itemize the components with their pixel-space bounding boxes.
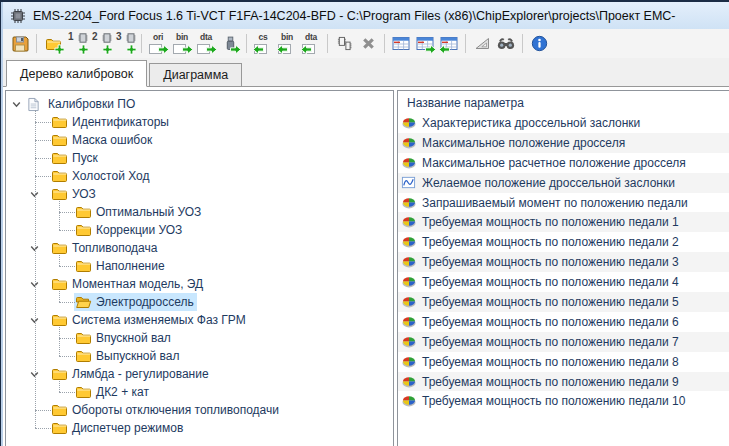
arrow-right-icon — [424, 44, 437, 55]
parameter-row[interactable]: Требуемая мощность по положению педали 9 — [398, 372, 729, 392]
add-chip-3-button[interactable]: 3 — [113, 31, 137, 56]
tree-item-label: Система изменяемых Фаз ГРМ — [72, 311, 246, 329]
calibration-tree: Калибровки ПОИдентификаторыМаска ошибокП… — [6, 91, 393, 446]
export-ori-button[interactable]: ori — [146, 31, 170, 56]
tab-page: Калибровки ПОИдентификаторыМаска ошибокП… — [3, 86, 729, 446]
toolbar-button-label: bin — [275, 32, 299, 42]
chip-small-icon — [78, 32, 88, 44]
tree-item[interactable]: Топливоподача — [6, 239, 393, 257]
parameter-label: Запрашиваемый момент по положению педали — [422, 196, 688, 210]
triangle-icon — [474, 37, 490, 50]
map-3d-icon — [401, 115, 418, 131]
parameter-row[interactable]: Требуемая мощность по положению педали 6 — [398, 312, 729, 332]
folder-icon — [51, 151, 68, 165]
parameter-row[interactable]: Требуемая мощность по положению педали 1 — [398, 212, 729, 232]
table-button[interactable] — [389, 31, 413, 56]
tree-item[interactable]: Впускной вал — [6, 329, 393, 347]
calibration-tree-panel: Калибровки ПОИдентификаторыМаска ошибокП… — [5, 90, 394, 446]
parameter-row[interactable]: Запрашиваемый момент по положению педали — [398, 193, 729, 213]
tree-item[interactable]: Пуск — [6, 149, 393, 167]
tree-connector-line — [35, 110, 36, 428]
tree-item[interactable]: Моментная модель, ЭД — [6, 275, 393, 293]
tree-item-content: Выпускной вал — [75, 347, 180, 365]
chevron-down-icon[interactable] — [11, 99, 22, 110]
map-3d-icon — [401, 135, 418, 151]
map-3d-icon — [401, 155, 418, 171]
tree-item[interactable]: Оптимальный УОЗ — [6, 203, 393, 221]
tree-item-content: Холостой Ход — [51, 167, 149, 185]
tab-calibration-tree[interactable]: Дерево калибровок — [6, 60, 147, 87]
tree-item-label: Впускной вал — [96, 329, 171, 347]
tree-item[interactable]: Наполнение — [6, 257, 393, 275]
toolbar-separator — [461, 31, 470, 56]
tree-item-content: Моментная модель, ЭД — [51, 275, 203, 293]
add-folder-button[interactable] — [41, 31, 65, 56]
tree-item[interactable]: Маска ошибок — [6, 131, 393, 149]
parameter-row[interactable]: Требуемая мощность по положению педали 7 — [398, 332, 729, 352]
parameter-row[interactable]: Требуемая мощность по положению педали 8 — [398, 352, 729, 372]
table-export-button[interactable] — [413, 31, 437, 56]
add-chip-1-button[interactable]: 1 — [65, 31, 89, 56]
chips-icon — [335, 36, 353, 51]
parameter-row[interactable]: Требуемая мощность по положению педали 4 — [398, 272, 729, 292]
parameter-row[interactable]: Максимальное расчетное положение дроссел… — [398, 153, 729, 173]
parameter-list-header: Название параметра — [398, 91, 729, 113]
parameter-panel: Название параметра Характеристика дроссе… — [397, 90, 729, 446]
info-button[interactable] — [527, 31, 551, 56]
arrow-right-icon — [205, 44, 218, 55]
tree-connector-line — [59, 201, 60, 230]
tree-item-content: Впускной вал — [75, 329, 171, 347]
parameter-row[interactable]: Требуемая мощность по положению педали 1… — [398, 391, 729, 411]
parameter-row[interactable]: Требуемая мощность по положению педали 3 — [398, 252, 729, 272]
info-icon — [531, 35, 548, 52]
parameter-label: Желаемое положение дроссельной заслонки — [422, 176, 675, 190]
export-usb-button[interactable] — [218, 31, 242, 56]
folder-icon — [51, 169, 68, 183]
map-3d-icon — [401, 334, 418, 350]
import-bin-button[interactable]: bin — [275, 31, 299, 56]
search-button[interactable] — [494, 31, 518, 56]
compare-chips-button[interactable] — [332, 31, 356, 56]
tab-diagram[interactable]: Диаграмма — [149, 63, 242, 86]
tree-item[interactable]: Система изменяемых Фаз ГРМ — [6, 311, 393, 329]
tree-item-content: Маска ошибок — [51, 131, 152, 149]
export-bin-button[interactable]: bin — [170, 31, 194, 56]
tree-connector-line — [59, 291, 60, 302]
tree-item[interactable]: Обороты отключения топливоподачи — [6, 401, 393, 419]
measure-button[interactable] — [470, 31, 494, 56]
add-chip-2-button[interactable]: 2 — [89, 31, 113, 56]
binoculars-icon — [497, 37, 515, 50]
parameter-row[interactable]: Требуемая мощность по положению педали 2 — [398, 232, 729, 252]
parameter-row[interactable]: Требуемая мощность по положению педали 5 — [398, 292, 729, 312]
tree-item[interactable]: ДК2 + кат — [6, 383, 393, 401]
parameter-row[interactable]: Максимальное положение дросселя — [398, 133, 729, 153]
export-dta-button[interactable]: dta — [194, 31, 218, 56]
tree-item[interactable]: Диспетчер режимов — [6, 419, 393, 437]
save-button[interactable] — [8, 31, 32, 56]
table-import-button[interactable] — [437, 31, 461, 56]
tree-item-label: Моментная модель, ЭД — [72, 275, 203, 293]
parameter-row[interactable]: Характеристика дроссельной заслонки — [398, 113, 729, 133]
parameter-label: Максимальное расчетное положение дроссел… — [422, 156, 686, 170]
toolbar-button-label: cs — [251, 32, 275, 42]
tree-item[interactable]: Лямбда - регулирование — [6, 365, 393, 383]
tree-item-label: Холостой Ход — [72, 167, 149, 185]
tree-item[interactable]: Калибровки ПО — [6, 95, 393, 113]
tree-item[interactable]: УОЗ — [6, 185, 393, 203]
tree-item-content: Калибровки ПО — [27, 95, 135, 113]
parameter-label: Требуемая мощность по положению педали 9 — [422, 375, 679, 389]
tab-label: Диаграмма — [163, 68, 228, 82]
parameter-row[interactable]: Желаемое положение дроссельной заслонки — [398, 173, 729, 193]
tree-item-label: Пуск — [72, 149, 98, 167]
tree-item[interactable]: Холостой Ход — [6, 167, 393, 185]
map-3d-icon — [401, 254, 418, 270]
tree-item[interactable]: Коррекции УОЗ — [6, 221, 393, 239]
cancel-button[interactable] — [356, 31, 380, 56]
tree-item[interactable]: Выпускной вал — [6, 347, 393, 365]
map-3d-icon — [401, 195, 418, 211]
tree-item[interactable]: Идентификаторы — [6, 113, 393, 131]
map-3d-icon — [401, 274, 418, 290]
import-cs-button[interactable]: cs — [251, 31, 275, 56]
import-dta-button[interactable]: dta — [299, 31, 323, 56]
tree-item[interactable]: Электродроссель — [6, 293, 393, 311]
